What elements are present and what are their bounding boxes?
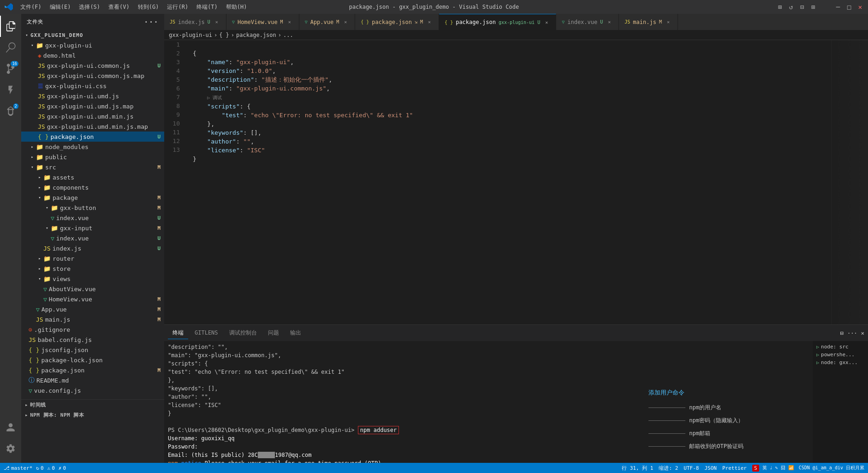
terminal-close-icon[interactable]: ✕ (861, 330, 864, 336)
tab-close-icon[interactable]: ✕ (426, 18, 433, 26)
window-controls[interactable]: ⊞ ↺ ⊟ ⊞ ─ □ ✕ (777, 4, 863, 10)
folder-components[interactable]: ▸ 📁 components (21, 182, 164, 192)
status-indent[interactable]: 缩进: 2 (659, 465, 678, 472)
status-errors[interactable]: ✗ 0 (59, 465, 66, 471)
menu-goto[interactable]: 转到(G) (134, 1, 163, 13)
tab-close-icon[interactable]: ✕ (286, 18, 293, 26)
terminal-more-icon[interactable]: ··· (847, 330, 857, 336)
folder-src[interactable]: ▾ 📁 src M (21, 162, 164, 172)
folder-gxx-button[interactable]: ▾ 📁 gxx-button M (21, 203, 164, 213)
timeline-section[interactable]: ▸ 时间线 (21, 400, 164, 410)
menu-help[interactable]: 帮助(H) (222, 1, 251, 13)
file-vue-config[interactable]: ▽ vue.config.js (21, 385, 164, 395)
file-package-json-root[interactable]: { } package.json M (21, 365, 164, 375)
terminal-tab-gitlens[interactable]: GITLENS (190, 328, 223, 338)
terminal-tab-debug[interactable]: 调试控制台 (225, 327, 262, 339)
file-package-lock[interactable]: { } package-lock.json (21, 355, 164, 365)
file-app-vue[interactable]: ▽ App.vue M (21, 304, 164, 314)
sidebar-content[interactable]: ▾ GXX_PLUGIN_DEMO ▾ 📁 gxx-plugin-ui ◈ de… (21, 30, 164, 463)
terminal-node-src[interactable]: ▷ node: src (814, 343, 866, 351)
status-formatter[interactable]: Prettier (722, 465, 747, 471)
folder-gxx-plugin-ui[interactable]: ▾ 📁 gxx-plugin-ui (21, 40, 164, 50)
file-common-js[interactable]: JS gxx-plugin-ui.common.js U (21, 60, 164, 71)
file-readme[interactable]: ⓘ README.md (21, 375, 164, 385)
settings-icon[interactable] (0, 438, 21, 459)
account-icon[interactable] (0, 417, 21, 438)
file-package-index-js[interactable]: JS index.js U (21, 243, 164, 253)
file-about-view[interactable]: ▽ AboutView.vue (21, 284, 164, 294)
terminal-tab-problems[interactable]: 问题 (263, 327, 284, 339)
close-button[interactable]: ✕ (857, 4, 863, 10)
code-editor[interactable]: { "name": "gxx-plugin-ui", "version": "1… (185, 40, 831, 324)
file-package-json-active[interactable]: { } package.json U (21, 132, 164, 142)
file-umd-js[interactable]: JS gxx-plugin-ui.umd.js (21, 91, 164, 101)
tab-close-icon[interactable]: ✕ (606, 18, 613, 26)
breadcrumb-part3[interactable]: package.json (236, 32, 276, 38)
file-home-view[interactable]: ▽ HomeView.vue M (21, 294, 164, 304)
terminal-node-gxx[interactable]: ▷ node: gxx... (814, 359, 866, 366)
breadcrumb-part4[interactable]: ... (283, 32, 293, 38)
source-control-icon[interactable]: 16 (0, 58, 21, 79)
menu-bar[interactable]: 文件(F) 编辑(E) 选择(S) 查看(V) 转到(G) 运行(R) 终端(T… (17, 1, 251, 13)
folder-gxx-input[interactable]: ▾ 📁 gxx-input M (21, 223, 164, 233)
tab-close-icon[interactable]: ✕ (543, 18, 550, 26)
file-babel-config[interactable]: JS babel.config.js (21, 335, 164, 345)
file-demo-html[interactable]: ◈ demo.html (21, 50, 164, 60)
status-position[interactable]: 行 31, 列 1 (622, 465, 653, 472)
tab-index-js[interactable]: JS index.js U ✕ (164, 14, 226, 30)
status-warnings[interactable]: ⚠ 0 (48, 465, 55, 471)
tab-close-icon[interactable]: ✕ (213, 18, 220, 26)
menu-edit[interactable]: 编辑(E) (46, 1, 75, 13)
menu-select[interactable]: 选择(S) (75, 1, 104, 13)
breadcrumb-part2[interactable]: { } (219, 32, 229, 38)
undo-icon[interactable]: ↺ (788, 4, 794, 10)
split-icon[interactable]: ⊟ (799, 4, 805, 10)
status-sync[interactable]: ↻ 0 (36, 465, 43, 471)
folder-router[interactable]: ▸ 📁 router (21, 253, 164, 263)
status-branch[interactable]: ⎇ master* (4, 465, 32, 471)
file-gxx-button-index[interactable]: ▽ index.vue U (21, 213, 164, 223)
file-gitignore[interactable]: ⊙ .gitignore (21, 324, 164, 335)
file-umd-js-map[interactable]: JS gxx-plugin-ui.umd.js.map (21, 101, 164, 111)
search-icon[interactable] (0, 37, 21, 58)
breadcrumb-part1[interactable]: gxx-plugin-ui (169, 32, 212, 38)
terminal-actions[interactable]: ⊟ ··· ✕ (840, 330, 864, 336)
menu-run[interactable]: 运行(R) (163, 1, 192, 13)
file-umd-min-js[interactable]: JS gxx-plugin-ui.umd.min.js (21, 111, 164, 121)
folder-views[interactable]: ▾ 📁 views (21, 274, 164, 284)
tab-close-icon[interactable]: ✕ (342, 18, 349, 26)
terminal-tab-output[interactable]: 输出 (285, 327, 306, 339)
file-common-js-map[interactable]: JS gxx-plugin-ui.common.js.map (21, 71, 164, 81)
folder-public[interactable]: ▸ 📁 public (21, 152, 164, 162)
terminal-tabs-bar[interactable]: 终端 GITLENS 调试控制台 问题 输出 ⊟ (164, 325, 868, 341)
terminal-powershell[interactable]: ▷ powershe... (814, 351, 866, 359)
run-icon[interactable] (0, 79, 21, 101)
tab-index-vue[interactable]: ▽ index.vue U ✕ (556, 14, 619, 30)
folder-assets[interactable]: ▸ 📁 assets (21, 172, 164, 182)
terminal-tab-terminal[interactable]: 终端 (168, 327, 188, 339)
terminal-split-icon[interactable]: ⊟ (840, 330, 844, 336)
menu-terminal[interactable]: 终端(T) (193, 1, 221, 13)
tab-main-js[interactable]: JS main.js M ✕ (619, 14, 678, 30)
status-encoding[interactable]: UTF-8 (684, 465, 699, 471)
tab-package-json-1[interactable]: { } package.json ⇲ M ✕ (355, 14, 439, 30)
file-css[interactable]: ☰ gxx-plugin-ui.css (21, 81, 164, 91)
tabs-bar[interactable]: JS index.js U ✕ ▽ HomeView.vue M ✕ ▽ App… (164, 14, 868, 30)
file-jsconfig[interactable]: { } jsconfig.json (21, 345, 164, 355)
extensions-icon[interactable]: 2 (0, 101, 21, 122)
status-language[interactable]: JSON (704, 465, 717, 471)
tab-close-icon[interactable]: ✕ (665, 18, 672, 26)
minimize-button[interactable]: ─ (835, 4, 841, 10)
sidebar-more-icon[interactable]: ··· (144, 18, 159, 26)
terminal-main[interactable]: "description": "", "main": "gxx-plugin-u… (164, 341, 813, 463)
npm-scripts-section[interactable]: ▸ NPM 脚本: NPM 脚本 (21, 410, 164, 420)
menu-file[interactable]: 文件(F) (17, 1, 45, 13)
menu-view[interactable]: 查看(V) (105, 1, 133, 13)
file-gxx-input-index[interactable]: ▽ index.vue U (21, 233, 164, 243)
tab-package-json-active[interactable]: { } package.json gxx-plugin-ui U ✕ (439, 14, 556, 30)
maximize-button[interactable]: □ (846, 4, 852, 10)
layout-icon[interactable]: ⊞ (777, 4, 783, 10)
root-folder[interactable]: ▾ GXX_PLUGIN_DEMO (21, 30, 164, 40)
more-icon[interactable]: ⊞ (810, 4, 816, 10)
explorer-icon[interactable] (0, 16, 21, 37)
